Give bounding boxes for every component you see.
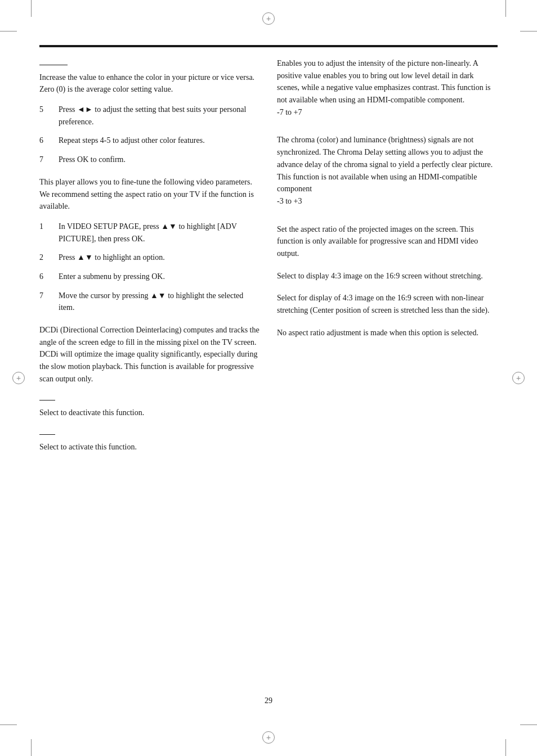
registration-mark-top [262,12,275,25]
off-underline-label [39,393,55,400]
content-area: Increase the value to enhance the color … [39,45,498,711]
s2-item-1: 1 In VIDEO SETUP PAGE, press ▲▼ to highl… [39,220,260,245]
item-6-text: Repeat steps 4-5 to adjust other color f… [59,134,260,147]
on-block: Select to activate this function. [39,427,260,453]
item-5-number: 5 [39,104,50,128]
dcdi-text: DCDi (Directional Correction Deinter­lac… [39,324,260,385]
right-block4-text: Select to display 4:3 image on the 16:9 … [277,270,498,282]
right-block4: Select to display 4:3 image on the 16:9 … [277,270,498,282]
item-6: 6 Repeat steps 4-5 to adjust other color… [39,134,260,147]
corner-mark-br-h [520,724,537,725]
right-block5: Select for display of 4:3 image on the 1… [277,292,498,316]
corner-mark-tl-v [31,0,32,17]
off-block: Select to deactivate this function. [39,393,260,418]
right-block2: The chroma (color) and luminance (bright… [277,134,498,207]
corner-mark-bl-v [31,739,32,756]
intro-block: Increase the value to enhance the color … [39,57,260,96]
item-5: 5 Press ◄► to adjust the setting that be… [39,104,260,128]
corner-mark-tr-v [505,0,506,17]
s2-item-7: 7 Move the cursor by pressing ▲▼ to high… [39,290,260,314]
intro-text: Increase the value to enhance the color … [39,71,260,96]
item-7-text: Press OK to confirm. [59,154,260,166]
on-underline-label [39,427,55,435]
right-block2-text: The chroma (color) and luminance (bright… [277,134,498,207]
s2-item-6-text: Enter a submenu by pressing OK. [59,271,260,283]
corner-mark-bl-h [0,724,17,725]
s2-item-2-number: 2 [39,251,50,264]
corner-mark-br-v [505,739,506,756]
right-block6-text: No aspect ratio adjustment is made when … [277,327,498,339]
registration-mark-left [12,372,25,384]
s2-item-6-number: 6 [39,271,50,283]
page-footer: 29 [39,696,498,705]
item-6-number: 6 [39,134,50,147]
s2-item-1-text: In VIDEO SETUP PAGE, press ▲▼ to highlig… [59,220,260,245]
left-column: Increase the value to enhance the color … [39,57,260,461]
s2-item-2-text: Press ▲▼ to highlight an option. [59,251,260,264]
section2-intro-text: This player allows you to fine-tune the … [39,176,260,213]
s2-item-6: 6 Enter a submenu by pressing OK. [39,271,260,283]
top-rule [39,45,498,47]
corner-mark-tr-h [520,31,537,32]
page-container: Increase the value to enhance the color … [0,0,537,756]
section2-intro-block: This player allows you to fine-tune the … [39,176,260,213]
item-5-text: Press ◄► to adjust the setting that best… [59,104,260,128]
item-7-number: 7 [39,154,50,166]
two-column-layout: Increase the value to enhance the color … [39,57,498,461]
registration-mark-right [512,372,525,384]
dcdi-block: DCDi (Directional Correction Deinter­lac… [39,324,260,385]
s2-item-2: 2 Press ▲▼ to highlight an option. [39,251,260,264]
right-block1: Enables you to adjust the intensity of t… [277,57,498,118]
right-column: Enables you to adjust the intensity of t… [277,57,498,461]
right-block6: No aspect ratio adjustment is made when … [277,327,498,339]
on-text: Select to activate this function. [39,441,260,453]
right-block3: Set the aspect ratio of the projected im… [277,223,498,260]
corner-mark-tl-h [0,31,17,32]
s2-item-7-number: 7 [39,290,50,314]
right-block3-text: Set the aspect ratio of the projected im… [277,223,498,260]
section-underline-label [39,57,68,65]
s2-item-1-number: 1 [39,220,50,245]
item-7: 7 Press OK to confirm. [39,154,260,166]
right-block1-text: Enables you to adjust the intensity of t… [277,57,498,118]
off-text: Select to deactivate this function. [39,407,260,419]
right-block5-text: Select for display of 4:3 image on the 1… [277,292,498,316]
registration-mark-bottom [262,731,275,744]
s2-item-7-text: Move the cursor by pressing ▲▼ to highli… [59,290,260,314]
page-number: 29 [265,696,272,705]
